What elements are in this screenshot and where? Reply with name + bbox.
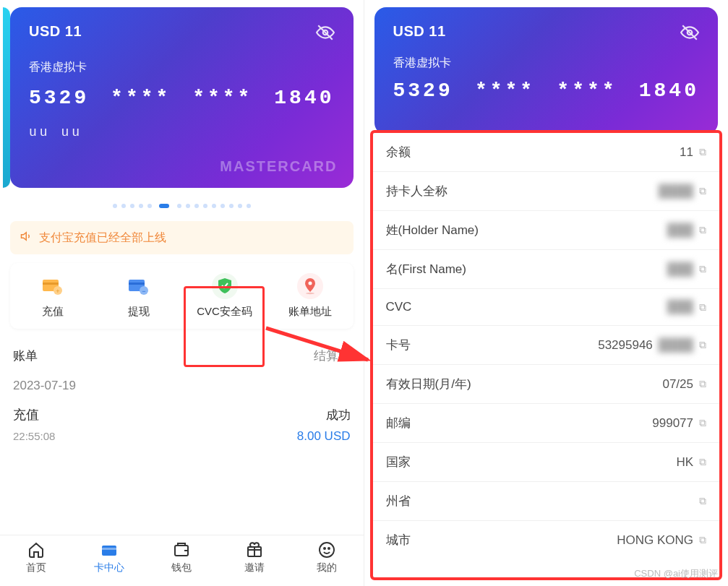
withdraw-icon: −: [126, 273, 152, 299]
history-time: 22:55:08: [13, 430, 55, 442]
copy-icon[interactable]: ⧉: [699, 456, 706, 468]
copy-icon[interactable]: ⧉: [699, 146, 706, 158]
history-date: 2023-07-19: [13, 371, 351, 403]
svg-text:+: +: [56, 288, 60, 295]
row-balance: 余额 11⧉: [373, 133, 720, 172]
copy-icon[interactable]: ⧉: [699, 339, 706, 351]
copy-icon[interactable]: ⧉: [699, 224, 706, 236]
copy-icon[interactable]: ⧉: [699, 301, 706, 314]
copy-icon[interactable]: ⧉: [699, 417, 706, 429]
card-expiry: uu uu: [29, 125, 335, 139]
svg-point-11: [306, 293, 314, 294]
nav-home[interactable]: 首页: [0, 541, 73, 574]
row-country: 国家 HK⧉: [373, 443, 720, 482]
svg-point-18: [328, 548, 330, 549]
action-recharge[interactable]: + 充值: [10, 273, 96, 319]
copy-icon[interactable]: ⧉: [699, 534, 706, 546]
action-label: CVC安全码: [197, 305, 252, 317]
card-number: 5329 **** **** 1840: [393, 79, 700, 102]
copy-icon[interactable]: ⧉: [699, 495, 706, 507]
card-brand: MASTERCARD: [220, 158, 337, 175]
svg-rect-13: [102, 548, 116, 550]
speaker-icon: [20, 230, 33, 246]
history-list: 2023-07-19 充值 成功 22:55:08 8.00 USD: [0, 371, 364, 447]
card-type: 香港虚拟卡: [393, 56, 700, 71]
history-tabs: 账单 结算中: [0, 339, 364, 371]
action-billing[interactable]: 账单地址: [267, 273, 354, 319]
action-label: 充值: [42, 305, 64, 317]
card-peek-prev[interactable]: [3, 7, 10, 188]
row-holder-full: 持卡人全称 ████⧉: [373, 172, 720, 211]
history-title: 充值: [13, 406, 39, 423]
recharge-icon: +: [40, 273, 66, 299]
nav-invite[interactable]: 邀请: [218, 541, 291, 574]
svg-point-17: [324, 548, 325, 549]
virtual-card[interactable]: USD 11 香港虚拟卡 5329 **** **** 1840 uu uu M…: [10, 7, 354, 188]
row-first-name: 名(First Name) ███⧉: [373, 250, 720, 289]
bottom-nav: 首页 卡中心 钱包 邀请 我的: [0, 535, 364, 577]
svg-point-16: [320, 543, 334, 557]
eye-off-icon[interactable]: [680, 23, 699, 45]
eye-off-icon[interactable]: [316, 23, 335, 45]
action-label: 提现: [128, 305, 150, 317]
tab-settling[interactable]: 结算中: [314, 348, 351, 364]
row-cvc: CVC ███⧉: [373, 289, 720, 326]
notice-banner: 支付宝充值已经全部上线: [10, 221, 354, 254]
svg-point-10: [309, 282, 312, 285]
nav-me[interactable]: 我的: [291, 541, 364, 574]
history-status: 成功: [326, 407, 351, 423]
svg-rect-7: [129, 283, 145, 285]
tab-bills[interactable]: 账单: [13, 348, 38, 364]
action-label: 账单地址: [288, 305, 332, 317]
location-pin-icon: [297, 273, 323, 299]
action-cvc[interactable]: CVC安全码: [181, 273, 267, 319]
nav-card[interactable]: 卡中心: [73, 541, 146, 574]
svg-rect-3: [43, 283, 59, 285]
svg-rect-12: [102, 546, 116, 556]
action-withdraw[interactable]: − 提现: [96, 273, 182, 319]
nav-wallet[interactable]: 钱包: [145, 541, 218, 574]
row-city: 城市 HONG KONG⧉: [373, 521, 720, 559]
copy-icon[interactable]: ⧉: [699, 378, 706, 390]
card-number: 5329 **** **** 1840: [29, 87, 335, 109]
copy-icon[interactable]: ⧉: [699, 263, 706, 275]
carousel-dots[interactable]: [0, 188, 364, 218]
virtual-card[interactable]: USD 11 香港虚拟卡 5329 **** **** 1840: [374, 7, 719, 134]
card-type: 香港虚拟卡: [29, 60, 335, 75]
card-balance: USD 11: [393, 23, 700, 40]
card-detail-sheet: 余额 11⧉ 持卡人全称 ████⧉ 姓(Holder Name) ███⧉ 名…: [370, 130, 723, 580]
svg-text:−: −: [142, 288, 145, 295]
watermark: CSDN @ai使用测评: [634, 567, 718, 580]
row-zip: 邮编 999077⧉: [373, 404, 720, 443]
right-panel: USD 11 香港虚拟卡 5329 **** **** 1840 余额 11⧉ …: [364, 0, 729, 586]
row-holder-name: 姓(Holder Name) ███⧉: [373, 211, 720, 250]
copy-icon[interactable]: ⧉: [699, 185, 706, 197]
row-expiry: 有效日期(月/年) 07/25⧉: [373, 365, 720, 404]
row-province: 州省 ⧉: [373, 482, 720, 521]
left-panel: USD 11 香港虚拟卡 5329 **** **** 1840 uu uu M…: [0, 0, 364, 586]
notice-text: 支付宝充值已经全部上线: [39, 230, 166, 246]
shield-check-icon: [212, 273, 238, 299]
action-grid: + 充值 − 提现 CVC安全码 账单地址: [10, 263, 354, 329]
history-amount: 8.00 USD: [297, 429, 351, 444]
row-card-no: 卡号 53295946████⧉: [373, 326, 720, 365]
card-balance: USD 11: [29, 23, 335, 40]
